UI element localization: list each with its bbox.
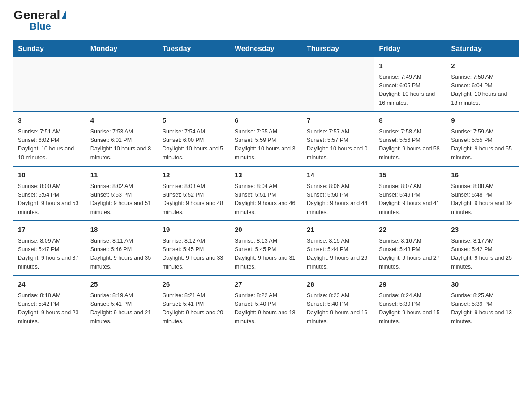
logo: General Blue	[13, 9, 66, 31]
day-number: 21	[307, 225, 369, 235]
calendar-cell: 11Sunrise: 8:02 AMSunset: 5:53 PMDayligh…	[86, 166, 158, 221]
column-header-friday: Friday	[374, 40, 446, 57]
calendar-cell: 2Sunrise: 7:50 AMSunset: 6:04 PMDaylight…	[446, 57, 519, 111]
calendar-cell: 25Sunrise: 8:19 AMSunset: 5:41 PMDayligh…	[86, 275, 158, 330]
day-info: Sunrise: 8:06 AMSunset: 5:50 PMDaylight:…	[307, 182, 369, 217]
calendar-cell	[302, 57, 374, 111]
day-number: 30	[451, 279, 514, 290]
day-info: Sunrise: 7:49 AMSunset: 6:05 PMDaylight:…	[379, 73, 442, 108]
calendar-table: SundayMondayTuesdayWednesdayThursdayFrid…	[13, 40, 519, 330]
day-number: 8	[379, 116, 442, 126]
logo-blue-text: Blue	[30, 21, 51, 31]
day-info: Sunrise: 8:13 AMSunset: 5:45 PMDaylight:…	[235, 237, 297, 272]
day-number: 2	[451, 61, 514, 71]
day-info: Sunrise: 8:02 AMSunset: 5:53 PMDaylight:…	[90, 182, 153, 217]
day-info: Sunrise: 7:50 AMSunset: 6:04 PMDaylight:…	[451, 73, 514, 108]
day-info: Sunrise: 8:03 AMSunset: 5:52 PMDaylight:…	[163, 182, 225, 217]
column-header-tuesday: Tuesday	[158, 40, 230, 57]
calendar-cell	[158, 57, 230, 111]
day-number: 25	[90, 279, 153, 290]
day-info: Sunrise: 8:11 AMSunset: 5:46 PMDaylight:…	[90, 237, 153, 272]
day-number: 13	[235, 170, 297, 180]
day-number: 18	[90, 225, 153, 235]
day-number: 10	[18, 170, 81, 180]
column-header-monday: Monday	[86, 40, 158, 57]
calendar-cell: 16Sunrise: 8:08 AMSunset: 5:48 PMDayligh…	[446, 166, 519, 221]
calendar-cell: 5Sunrise: 7:54 AMSunset: 6:00 PMDaylight…	[158, 111, 230, 166]
day-info: Sunrise: 7:53 AMSunset: 6:01 PMDaylight:…	[90, 128, 153, 163]
day-info: Sunrise: 7:55 AMSunset: 5:59 PMDaylight:…	[235, 128, 297, 163]
column-header-wednesday: Wednesday	[230, 40, 302, 57]
calendar-cell: 7Sunrise: 7:57 AMSunset: 5:57 PMDaylight…	[302, 111, 374, 166]
day-number: 3	[18, 116, 81, 126]
calendar-cell	[13, 57, 86, 111]
calendar-cell: 12Sunrise: 8:03 AMSunset: 5:52 PMDayligh…	[158, 166, 230, 221]
calendar-cell: 17Sunrise: 8:09 AMSunset: 5:47 PMDayligh…	[13, 221, 86, 275]
day-number: 1	[379, 61, 442, 71]
day-number: 12	[163, 170, 225, 180]
calendar-header-row: SundayMondayTuesdayWednesdayThursdayFrid…	[13, 40, 519, 57]
day-info: Sunrise: 7:51 AMSunset: 6:02 PMDaylight:…	[18, 128, 81, 163]
day-number: 26	[163, 279, 225, 290]
calendar-cell: 6Sunrise: 7:55 AMSunset: 5:59 PMDaylight…	[230, 111, 302, 166]
column-header-thursday: Thursday	[302, 40, 374, 57]
day-number: 17	[18, 225, 81, 235]
day-number: 7	[307, 116, 369, 126]
calendar-cell: 24Sunrise: 8:18 AMSunset: 5:42 PMDayligh…	[13, 275, 86, 330]
calendar-cell: 27Sunrise: 8:22 AMSunset: 5:40 PMDayligh…	[230, 275, 302, 330]
day-number: 19	[163, 225, 225, 235]
calendar-cell: 8Sunrise: 7:58 AMSunset: 5:56 PMDaylight…	[374, 111, 446, 166]
day-number: 9	[451, 116, 514, 126]
day-info: Sunrise: 8:24 AMSunset: 5:39 PMDaylight:…	[379, 291, 442, 326]
day-info: Sunrise: 8:21 AMSunset: 5:41 PMDaylight:…	[163, 291, 225, 326]
day-number: 20	[235, 225, 297, 235]
calendar-cell	[86, 57, 158, 111]
day-info: Sunrise: 8:00 AMSunset: 5:54 PMDaylight:…	[18, 182, 81, 217]
day-info: Sunrise: 8:19 AMSunset: 5:41 PMDaylight:…	[90, 291, 153, 326]
day-number: 23	[451, 225, 514, 235]
calendar-cell: 3Sunrise: 7:51 AMSunset: 6:02 PMDaylight…	[13, 111, 86, 166]
day-number: 24	[18, 279, 81, 290]
calendar-week-row: 17Sunrise: 8:09 AMSunset: 5:47 PMDayligh…	[13, 221, 519, 275]
day-number: 16	[451, 170, 514, 180]
day-info: Sunrise: 8:12 AMSunset: 5:45 PMDaylight:…	[163, 237, 225, 272]
day-number: 5	[163, 116, 225, 126]
day-number: 4	[90, 116, 153, 126]
calendar-cell: 1Sunrise: 7:49 AMSunset: 6:05 PMDaylight…	[374, 57, 446, 111]
column-header-saturday: Saturday	[446, 40, 519, 57]
day-number: 15	[379, 170, 442, 180]
day-number: 27	[235, 279, 297, 290]
day-info: Sunrise: 8:16 AMSunset: 5:43 PMDaylight:…	[379, 237, 442, 272]
calendar-week-row: 24Sunrise: 8:18 AMSunset: 5:42 PMDayligh…	[13, 275, 519, 330]
calendar-cell: 22Sunrise: 8:16 AMSunset: 5:43 PMDayligh…	[374, 221, 446, 275]
calendar-cell	[230, 57, 302, 111]
day-info: Sunrise: 8:09 AMSunset: 5:47 PMDaylight:…	[18, 237, 81, 272]
calendar-cell: 30Sunrise: 8:25 AMSunset: 5:39 PMDayligh…	[446, 275, 519, 330]
day-info: Sunrise: 8:23 AMSunset: 5:40 PMDaylight:…	[307, 291, 369, 326]
calendar-cell: 10Sunrise: 8:00 AMSunset: 5:54 PMDayligh…	[13, 166, 86, 221]
day-number: 14	[307, 170, 369, 180]
calendar-cell: 15Sunrise: 8:07 AMSunset: 5:49 PMDayligh…	[374, 166, 446, 221]
logo-general-text: General	[13, 9, 60, 21]
calendar-cell: 26Sunrise: 8:21 AMSunset: 5:41 PMDayligh…	[158, 275, 230, 330]
day-number: 29	[379, 279, 442, 290]
day-number: 28	[307, 279, 369, 290]
day-info: Sunrise: 8:17 AMSunset: 5:42 PMDaylight:…	[451, 237, 514, 272]
day-info: Sunrise: 7:57 AMSunset: 5:57 PMDaylight:…	[307, 128, 369, 163]
calendar-cell: 23Sunrise: 8:17 AMSunset: 5:42 PMDayligh…	[446, 221, 519, 275]
calendar-cell: 21Sunrise: 8:15 AMSunset: 5:44 PMDayligh…	[302, 221, 374, 275]
calendar-cell: 4Sunrise: 7:53 AMSunset: 6:01 PMDaylight…	[86, 111, 158, 166]
page-header: General Blue	[13, 9, 519, 31]
day-info: Sunrise: 7:58 AMSunset: 5:56 PMDaylight:…	[379, 128, 442, 163]
calendar-cell: 18Sunrise: 8:11 AMSunset: 5:46 PMDayligh…	[86, 221, 158, 275]
day-number: 11	[90, 170, 153, 180]
day-info: Sunrise: 8:25 AMSunset: 5:39 PMDaylight:…	[451, 291, 514, 326]
calendar-week-row: 10Sunrise: 8:00 AMSunset: 5:54 PMDayligh…	[13, 166, 519, 221]
calendar-cell: 13Sunrise: 8:04 AMSunset: 5:51 PMDayligh…	[230, 166, 302, 221]
calendar-cell: 9Sunrise: 7:59 AMSunset: 5:55 PMDaylight…	[446, 111, 519, 166]
day-info: Sunrise: 8:08 AMSunset: 5:48 PMDaylight:…	[451, 182, 514, 217]
logo-triangle-icon	[62, 10, 66, 19]
day-info: Sunrise: 8:18 AMSunset: 5:42 PMDaylight:…	[18, 291, 81, 326]
day-info: Sunrise: 7:54 AMSunset: 6:00 PMDaylight:…	[163, 128, 225, 163]
day-info: Sunrise: 8:15 AMSunset: 5:44 PMDaylight:…	[307, 237, 369, 272]
